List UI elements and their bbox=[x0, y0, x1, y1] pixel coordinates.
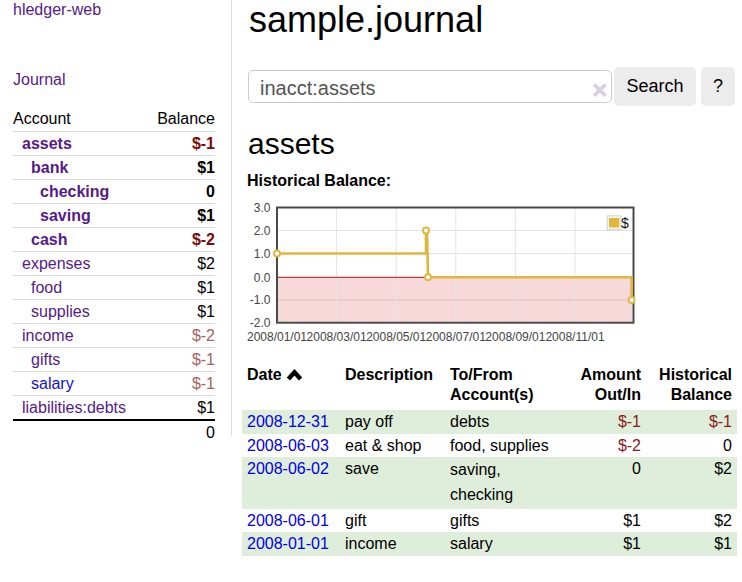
svg-text:2008/09/01: 2008/09/01 bbox=[485, 330, 545, 344]
svg-text:-2.0: -2.0 bbox=[250, 316, 271, 330]
svg-text:2008/03/01: 2008/03/01 bbox=[307, 330, 367, 344]
svg-text:2008/01/01: 2008/01/01 bbox=[247, 330, 307, 344]
svg-text:2008/11/01: 2008/11/01 bbox=[545, 330, 604, 344]
svg-text:1.0: 1.0 bbox=[254, 247, 271, 261]
svg-text:2.0: 2.0 bbox=[254, 224, 271, 238]
svg-text:2008/07/01: 2008/07/01 bbox=[426, 330, 486, 344]
svg-text:-1.0: -1.0 bbox=[250, 293, 271, 307]
svg-text:$: $ bbox=[621, 215, 629, 231]
svg-text:0.0: 0.0 bbox=[254, 271, 271, 285]
svg-text:2008/05/01: 2008/05/01 bbox=[366, 330, 426, 344]
svg-text:3.0: 3.0 bbox=[254, 201, 271, 215]
